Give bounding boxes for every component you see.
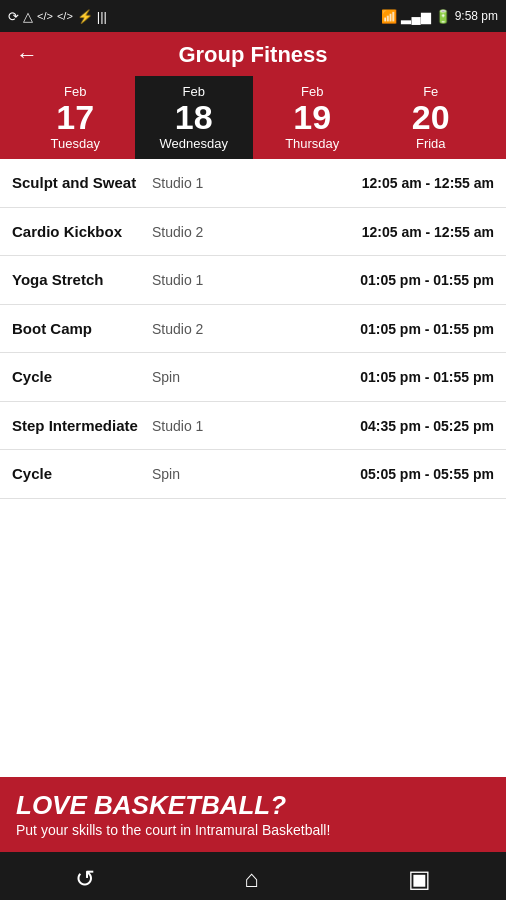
date-item-feb17[interactable]: Feb 17 Tuesday	[16, 76, 135, 159]
class-name: Yoga Stretch	[12, 270, 152, 290]
code-icon-2: </>	[57, 10, 73, 22]
bottom-nav: ↺ ⌂ ▣	[0, 852, 506, 900]
class-time: 12:05 am - 12:55 am	[232, 175, 494, 191]
alert-icon: △	[23, 9, 33, 24]
date-day-feb18: 18	[139, 99, 250, 136]
app-header: ← Group Fitness Feb 17 Tuesday Feb 18 We…	[0, 32, 506, 159]
class-time: 01:05 pm - 01:55 pm	[232, 272, 494, 288]
class-location: Studio 2	[152, 224, 232, 240]
date-selector: Feb 17 Tuesday Feb 18 Wednesday Feb 19 T…	[16, 76, 490, 159]
home-nav-button[interactable]: ⌂	[220, 857, 283, 900]
date-month-feb19: Feb	[257, 84, 368, 99]
class-name: Step Intermediate	[12, 416, 152, 436]
class-location: Studio 1	[152, 272, 232, 288]
date-day-feb19: 19	[257, 99, 368, 136]
class-location: Spin	[152, 369, 232, 385]
header-top: ← Group Fitness	[16, 42, 490, 68]
class-time: 01:05 pm - 01:55 pm	[232, 369, 494, 385]
class-location: Studio 1	[152, 418, 232, 434]
battery-icon: 🔋	[435, 9, 451, 24]
class-location: Studio 1	[152, 175, 232, 191]
class-location: Studio 2	[152, 321, 232, 337]
class-name: Sculpt and Sweat	[12, 173, 152, 193]
date-weekday-feb17: Tuesday	[20, 136, 131, 151]
status-left-icons: ⟳ △ </> </> ⚡ |||	[8, 9, 107, 24]
date-item-feb18[interactable]: Feb 18 Wednesday	[135, 76, 254, 159]
back-nav-button[interactable]: ↺	[51, 857, 119, 900]
date-month-feb20: Fe	[376, 84, 487, 99]
class-name: Cycle	[12, 464, 152, 484]
class-time: 04:35 pm - 05:25 pm	[232, 418, 494, 434]
wifi-icon: 📶	[381, 9, 397, 24]
page-title: Group Fitness	[178, 42, 327, 68]
class-time: 05:05 pm - 05:55 pm	[232, 466, 494, 482]
date-month-feb18: Feb	[139, 84, 250, 99]
class-time: 01:05 pm - 01:55 pm	[232, 321, 494, 337]
back-button[interactable]: ←	[16, 42, 38, 68]
table-row[interactable]: Cycle Spin 01:05 pm - 01:55 pm	[0, 353, 506, 402]
cellular-icon: ▂▄▆	[401, 9, 430, 24]
date-item-feb20[interactable]: Fe 20 Frida	[372, 76, 491, 159]
class-location: Spin	[152, 466, 232, 482]
class-list: Sculpt and Sweat Studio 1 12:05 am - 12:…	[0, 159, 506, 777]
usb-icon: ⚡	[77, 9, 93, 24]
banner-title: LOVE BASKETBALL?	[16, 791, 490, 820]
date-item-feb19[interactable]: Feb 19 Thursday	[253, 76, 372, 159]
table-row[interactable]: Sculpt and Sweat Studio 1 12:05 am - 12:…	[0, 159, 506, 208]
promo-banner[interactable]: LOVE BASKETBALL? Put your skills to the …	[0, 777, 506, 852]
time-display: 9:58 pm	[455, 9, 498, 23]
class-name: Cardio Kickbox	[12, 222, 152, 242]
status-right-icons: 📶 ▂▄▆ 🔋 9:58 pm	[381, 9, 498, 24]
banner-subtitle: Put your skills to the court in Intramur…	[16, 822, 490, 838]
table-row[interactable]: Cycle Spin 05:05 pm - 05:55 pm	[0, 450, 506, 499]
recent-nav-button[interactable]: ▣	[384, 857, 455, 900]
date-day-feb20: 20	[376, 99, 487, 136]
table-row[interactable]: Cardio Kickbox Studio 2 12:05 am - 12:55…	[0, 208, 506, 257]
signal-bars-icon: |||	[97, 9, 107, 24]
class-name: Cycle	[12, 367, 152, 387]
status-bar: ⟳ △ </> </> ⚡ ||| 📶 ▂▄▆ 🔋 9:58 pm	[0, 0, 506, 32]
code-icon-1: </>	[37, 10, 53, 22]
date-day-feb17: 17	[20, 99, 131, 136]
table-row[interactable]: Yoga Stretch Studio 1 01:05 pm - 01:55 p…	[0, 256, 506, 305]
table-row[interactable]: Boot Camp Studio 2 01:05 pm - 01:55 pm	[0, 305, 506, 354]
class-name: Boot Camp	[12, 319, 152, 339]
class-time: 12:05 am - 12:55 am	[232, 224, 494, 240]
table-row[interactable]: Step Intermediate Studio 1 04:35 pm - 05…	[0, 402, 506, 451]
date-weekday-feb19: Thursday	[257, 136, 368, 151]
date-weekday-feb20: Frida	[376, 136, 487, 151]
date-weekday-feb18: Wednesday	[139, 136, 250, 151]
date-month-feb17: Feb	[20, 84, 131, 99]
sync-icon: ⟳	[8, 9, 19, 24]
